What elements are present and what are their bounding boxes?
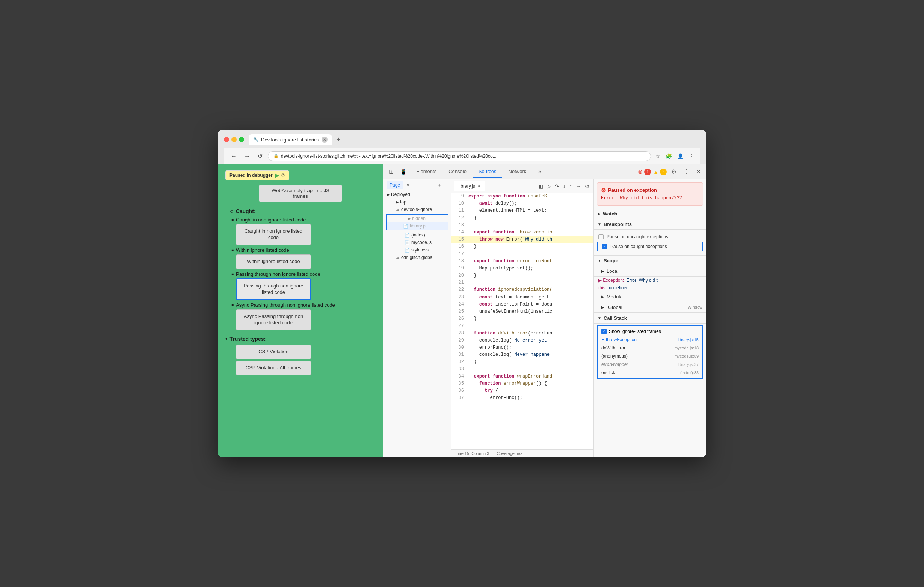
line-num-16: 16 — [453, 243, 464, 250]
new-source-button[interactable]: ⊞ — [437, 181, 442, 189]
new-tab-button[interactable]: + — [333, 134, 344, 145]
top-label: top — [400, 199, 406, 205]
tab-close-button[interactable]: ✕ — [322, 136, 328, 143]
active-tab[interactable]: 🔧 DevTools ignore list stories ✕ — [249, 134, 332, 145]
pause-uncaught-item[interactable]: Pause on uncaught exceptions — [594, 233, 706, 241]
sidebar-toggle-button[interactable]: ◧ — [537, 182, 544, 190]
style-css-file[interactable]: 📄 style.css — [393, 246, 451, 254]
minimize-button[interactable] — [231, 137, 237, 142]
tab-network[interactable]: Network — [503, 166, 532, 178]
tab-console[interactable]: Console — [443, 166, 472, 178]
tab-elements[interactable]: Elements — [411, 166, 442, 178]
editor-right-toggle[interactable]: ▷ — [546, 182, 552, 190]
passing-through-button[interactable]: Passing through non ignore listed code — [236, 278, 311, 300]
step-into-btn[interactable]: ↓ — [562, 182, 567, 190]
code-line-13: 13 — [451, 222, 594, 229]
tab-title: DevTools ignore list stories — [261, 137, 319, 143]
top-folder[interactable]: ▶ top — [388, 198, 451, 206]
watch-section-header[interactable]: ▶ Watch — [594, 209, 706, 219]
library-js-file[interactable]: 📄 library.js — [386, 222, 448, 230]
line-num-19: 19 — [453, 265, 464, 272]
cs-fn-1: doWithError — [601, 345, 625, 350]
pause-caught-item[interactable]: ✓ Pause on caught exceptions — [597, 242, 702, 251]
cs-item-4[interactable]: onclick (index):83 — [597, 368, 702, 377]
webpage-panel: Paused in debugger ▶ ⟳ WebAssembly trap … — [218, 164, 383, 457]
code-area[interactable]: 9 export async function unsafeS 10 await… — [451, 193, 594, 449]
local-scope-triangle: ▶ — [601, 269, 604, 273]
play-icon[interactable]: ▶ — [275, 172, 279, 178]
line-num-22: 22 — [453, 286, 464, 294]
show-ignore-row[interactable]: ✓ Show ignore-listed frames — [597, 327, 702, 335]
close-button[interactable] — [224, 137, 229, 142]
line-num-10: 10 — [453, 200, 464, 207]
bookmark-button[interactable]: ☆ — [654, 151, 662, 161]
mycode-js-file[interactable]: 📄 mycode.js — [393, 239, 451, 246]
back-button[interactable]: ← — [228, 151, 239, 161]
within-ignore-button[interactable]: Within ignore listed code — [236, 255, 311, 269]
library-js-tab[interactable]: library.js ✕ — [454, 181, 485, 191]
pause-caught-checkbox[interactable]: ✓ — [602, 244, 607, 249]
cdn-folder[interactable]: ☁ cdn.glitch.globa — [388, 254, 451, 261]
devtools-inspect-button[interactable]: ⊞ — [386, 167, 396, 177]
index-file[interactable]: 📄 (index) — [393, 231, 451, 239]
refresh-button[interactable]: ↺ — [256, 151, 265, 161]
async-passing-button[interactable]: Async Passing through non ignore listed … — [236, 309, 311, 330]
line-code-23: const text = document.getEl — [469, 294, 552, 301]
tab-sources[interactable]: Sources — [473, 166, 502, 178]
csp-violation-button[interactable]: CSP Violation — [236, 345, 311, 359]
more-sources-tab[interactable]: » — [404, 181, 412, 189]
maximize-button[interactable] — [239, 137, 244, 142]
global-scope-header[interactable]: ▶ Global Window — [594, 302, 706, 312]
profile-button[interactable]: 👤 — [676, 151, 685, 161]
square-bullet-2: ■ — [231, 248, 234, 252]
close-devtools-button[interactable]: ✕ — [694, 167, 703, 177]
local-scope-header[interactable]: ▶ Local — [594, 266, 706, 276]
extensions-button[interactable]: 🧩 — [664, 151, 673, 161]
devtools-right-actions: ⊗ 1 ▲ 2 ⚙ ⋮ ✕ — [638, 167, 703, 177]
devtools-ignore-folder[interactable]: ☁ devtools-ignore — [388, 206, 451, 213]
kebab-menu-button[interactable]: ⋮ — [681, 167, 691, 177]
more-menu-button[interactable]: ⋮ — [687, 151, 696, 161]
module-scope-header[interactable]: ▶ Module — [594, 292, 706, 302]
step-over-btn[interactable]: ↷ — [554, 182, 560, 190]
line-num-11: 11 — [453, 207, 464, 214]
pause-uncaught-checkbox[interactable] — [598, 234, 604, 240]
cs-item-3[interactable]: errorWrapper library.js:37 — [597, 360, 702, 368]
forward-button[interactable]: → — [242, 151, 252, 161]
show-ignore-checkbox[interactable]: ✓ — [601, 329, 607, 334]
caught-non-ignore-button[interactable]: Caught in non ignore listed code — [236, 224, 311, 245]
line-code-28: function doWithError(errorFun — [469, 330, 552, 337]
page-tab[interactable]: Page — [386, 181, 403, 189]
step-out-btn[interactable]: ↑ — [568, 182, 573, 190]
line-num-15: 15 — [453, 236, 464, 243]
scope-section-header[interactable]: ▼ Scope — [594, 256, 706, 266]
callstack-header[interactable]: ▼ Call Stack — [594, 313, 706, 324]
cs-item-1[interactable]: doWithError mycode.js:18 — [597, 344, 702, 352]
settings-button[interactable]: ⚙ — [669, 167, 679, 177]
code-line-18: 18 export function errorFromRunt — [451, 258, 594, 265]
step-icon[interactable]: ⟳ — [281, 173, 285, 178]
cursor-position: Line 15, Column 3 — [455, 451, 489, 455]
deactivate-btn[interactable]: ⊘ — [584, 182, 591, 190]
csp-violation-all-button[interactable]: CSP Violation - All frames — [236, 361, 311, 375]
scope-triangle-icon: ▼ — [597, 258, 601, 263]
cs-item-2[interactable]: (anonymous) mycode.js:89 — [597, 352, 702, 360]
warn-count: 2 — [660, 169, 667, 175]
cs-item-0[interactable]: ➤ throwException library.js:15 — [597, 335, 702, 344]
style-css-icon: 📄 — [404, 248, 410, 253]
more-file-options[interactable]: ⋮ — [442, 181, 448, 189]
breakpoints-section-header[interactable]: ▼ Breakpoints — [594, 219, 706, 230]
editor-tab-close[interactable]: ✕ — [477, 184, 480, 188]
devtools-device-button[interactable]: 📱 — [398, 167, 409, 177]
pause-caught-box: ✓ Pause on caught exceptions — [597, 242, 703, 252]
hidden-folder[interactable]: ▶ hidden — [396, 215, 448, 222]
module-triangle: ▶ — [601, 294, 604, 299]
line-num-36: 36 — [453, 387, 464, 395]
code-line-24: 24 const insertionPoint = docu — [451, 301, 594, 308]
line-num-25: 25 — [453, 308, 464, 315]
tab-more[interactable]: » — [533, 166, 546, 178]
deployed-folder[interactable]: ▶ Deployed — [383, 191, 451, 198]
step-next-btn[interactable]: → — [575, 182, 582, 190]
address-bar[interactable]: 🔒 devtools-ignore-list-stories.glitch.me… — [268, 151, 651, 161]
lock-icon: 🔒 — [274, 153, 279, 158]
